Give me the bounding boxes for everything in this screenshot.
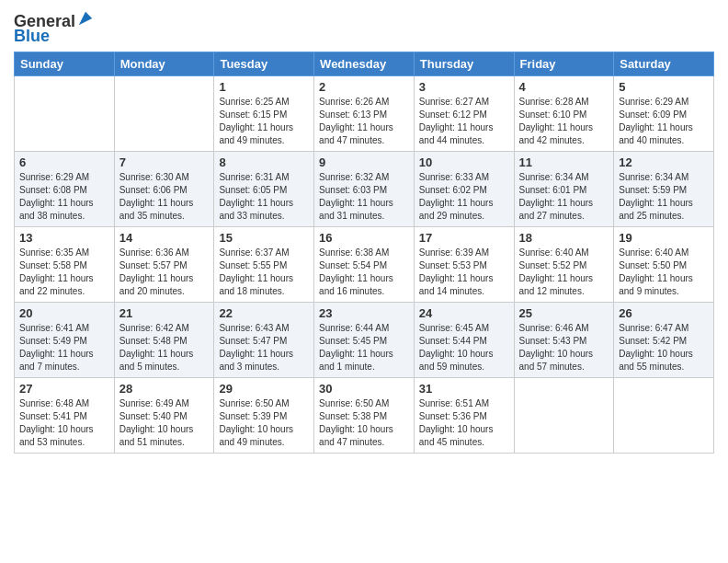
calendar-cell: 17Sunrise: 6:39 AM Sunset: 5:53 PM Dayli… xyxy=(414,226,514,302)
day-info: Sunrise: 6:39 AM Sunset: 5:53 PM Dayligh… xyxy=(419,247,509,298)
calendar-cell: 15Sunrise: 6:37 AM Sunset: 5:55 PM Dayli… xyxy=(214,226,314,302)
day-info: Sunrise: 6:44 AM Sunset: 5:45 PM Dayligh… xyxy=(319,322,409,373)
calendar-cell xyxy=(514,377,614,453)
day-info: Sunrise: 6:35 AM Sunset: 5:58 PM Dayligh… xyxy=(19,247,109,298)
day-number: 10 xyxy=(419,155,509,169)
day-info: Sunrise: 6:38 AM Sunset: 5:54 PM Dayligh… xyxy=(319,247,409,298)
day-number: 9 xyxy=(319,155,409,169)
calendar-cell: 11Sunrise: 6:34 AM Sunset: 6:01 PM Dayli… xyxy=(514,151,614,226)
day-number: 26 xyxy=(619,306,709,320)
day-info: Sunrise: 6:40 AM Sunset: 5:50 PM Dayligh… xyxy=(619,247,709,298)
weekday-header-sunday: Sunday xyxy=(15,52,115,75)
calendar-week-3: 13Sunrise: 6:35 AM Sunset: 5:58 PM Dayli… xyxy=(15,226,714,302)
day-number: 2 xyxy=(319,80,409,94)
day-number: 8 xyxy=(219,155,309,169)
day-info: Sunrise: 6:48 AM Sunset: 5:41 PM Dayligh… xyxy=(19,397,109,449)
day-number: 1 xyxy=(219,80,309,94)
day-number: 23 xyxy=(319,306,409,320)
day-number: 29 xyxy=(219,382,309,396)
calendar-cell: 30Sunrise: 6:50 AM Sunset: 5:38 PM Dayli… xyxy=(314,377,415,453)
logo-blue: Blue xyxy=(14,28,50,46)
weekday-header-saturday: Saturday xyxy=(614,52,714,75)
calendar-cell: 14Sunrise: 6:36 AM Sunset: 5:57 PM Dayli… xyxy=(114,226,214,302)
calendar-cell: 6Sunrise: 6:29 AM Sunset: 6:08 PM Daylig… xyxy=(15,151,115,226)
calendar-body: 1Sunrise: 6:25 AM Sunset: 6:15 PM Daylig… xyxy=(15,75,714,453)
day-number: 31 xyxy=(419,382,509,396)
weekday-header-wednesday: Wednesday xyxy=(314,52,415,75)
calendar-cell: 26Sunrise: 6:47 AM Sunset: 5:42 PM Dayli… xyxy=(614,302,714,377)
day-number: 12 xyxy=(619,155,709,169)
logo-icon xyxy=(77,10,94,27)
calendar-cell: 12Sunrise: 6:34 AM Sunset: 5:59 PM Dayli… xyxy=(614,151,714,226)
calendar-cell: 25Sunrise: 6:46 AM Sunset: 5:43 PM Dayli… xyxy=(514,302,614,377)
day-info: Sunrise: 6:40 AM Sunset: 5:52 PM Dayligh… xyxy=(519,247,609,298)
weekday-header-row: SundayMondayTuesdayWednesdayThursdayFrid… xyxy=(15,52,714,75)
day-number: 15 xyxy=(219,231,309,245)
day-number: 25 xyxy=(519,306,609,320)
day-info: Sunrise: 6:32 AM Sunset: 6:03 PM Dayligh… xyxy=(319,171,409,223)
day-info: Sunrise: 6:47 AM Sunset: 5:42 PM Dayligh… xyxy=(619,322,709,373)
calendar-cell: 20Sunrise: 6:41 AM Sunset: 5:49 PM Dayli… xyxy=(15,302,115,377)
day-number: 18 xyxy=(519,231,609,245)
day-number: 6 xyxy=(19,155,109,169)
calendar-week-2: 6Sunrise: 6:29 AM Sunset: 6:08 PM Daylig… xyxy=(15,151,714,226)
page: General Blue SundayMondayTuesdayWednesda… xyxy=(0,0,728,563)
day-number: 16 xyxy=(319,231,409,245)
day-info: Sunrise: 6:49 AM Sunset: 5:40 PM Dayligh… xyxy=(119,397,210,449)
day-info: Sunrise: 6:28 AM Sunset: 6:10 PM Dayligh… xyxy=(519,96,609,147)
svg-marker-0 xyxy=(79,12,92,25)
day-info: Sunrise: 6:50 AM Sunset: 5:38 PM Dayligh… xyxy=(319,397,409,449)
calendar-cell xyxy=(114,75,214,151)
day-info: Sunrise: 6:50 AM Sunset: 5:39 PM Dayligh… xyxy=(219,397,309,449)
day-number: 4 xyxy=(519,80,609,94)
day-info: Sunrise: 6:29 AM Sunset: 6:08 PM Dayligh… xyxy=(19,171,109,223)
calendar-cell: 29Sunrise: 6:50 AM Sunset: 5:39 PM Dayli… xyxy=(214,377,314,453)
header: General Blue xyxy=(14,9,714,46)
calendar-cell: 5Sunrise: 6:29 AM Sunset: 6:09 PM Daylig… xyxy=(614,75,714,151)
calendar-week-1: 1Sunrise: 6:25 AM Sunset: 6:15 PM Daylig… xyxy=(15,75,714,151)
calendar-week-4: 20Sunrise: 6:41 AM Sunset: 5:49 PM Dayli… xyxy=(15,302,714,377)
day-info: Sunrise: 6:34 AM Sunset: 6:01 PM Dayligh… xyxy=(519,171,609,223)
calendar-cell: 7Sunrise: 6:30 AM Sunset: 6:06 PM Daylig… xyxy=(114,151,214,226)
day-info: Sunrise: 6:31 AM Sunset: 6:05 PM Dayligh… xyxy=(219,171,309,223)
logo: General Blue xyxy=(14,13,94,46)
calendar-cell: 9Sunrise: 6:32 AM Sunset: 6:03 PM Daylig… xyxy=(314,151,415,226)
day-number: 21 xyxy=(119,306,210,320)
day-info: Sunrise: 6:41 AM Sunset: 5:49 PM Dayligh… xyxy=(19,322,109,373)
day-info: Sunrise: 6:33 AM Sunset: 6:02 PM Dayligh… xyxy=(419,171,509,223)
day-info: Sunrise: 6:43 AM Sunset: 5:47 PM Dayligh… xyxy=(219,322,309,373)
day-info: Sunrise: 6:27 AM Sunset: 6:12 PM Dayligh… xyxy=(419,96,509,147)
day-number: 30 xyxy=(319,382,409,396)
calendar-week-5: 27Sunrise: 6:48 AM Sunset: 5:41 PM Dayli… xyxy=(15,377,714,453)
calendar-cell: 8Sunrise: 6:31 AM Sunset: 6:05 PM Daylig… xyxy=(214,151,314,226)
calendar-cell: 13Sunrise: 6:35 AM Sunset: 5:58 PM Dayli… xyxy=(15,226,115,302)
day-info: Sunrise: 6:37 AM Sunset: 5:55 PM Dayligh… xyxy=(219,247,309,298)
day-info: Sunrise: 6:29 AM Sunset: 6:09 PM Dayligh… xyxy=(619,96,709,147)
calendar-cell: 16Sunrise: 6:38 AM Sunset: 5:54 PM Dayli… xyxy=(314,226,415,302)
weekday-header-thursday: Thursday xyxy=(414,52,514,75)
calendar-table: SundayMondayTuesdayWednesdayThursdayFrid… xyxy=(14,52,714,454)
weekday-header-friday: Friday xyxy=(514,52,614,75)
day-number: 27 xyxy=(19,382,109,396)
day-info: Sunrise: 6:51 AM Sunset: 5:36 PM Dayligh… xyxy=(419,397,509,449)
calendar-cell: 4Sunrise: 6:28 AM Sunset: 6:10 PM Daylig… xyxy=(514,75,614,151)
day-number: 14 xyxy=(119,231,210,245)
calendar-cell xyxy=(614,377,714,453)
day-info: Sunrise: 6:45 AM Sunset: 5:44 PM Dayligh… xyxy=(419,322,509,373)
calendar-cell: 2Sunrise: 6:26 AM Sunset: 6:13 PM Daylig… xyxy=(314,75,415,151)
calendar-cell: 28Sunrise: 6:49 AM Sunset: 5:40 PM Dayli… xyxy=(114,377,214,453)
day-number: 22 xyxy=(219,306,309,320)
weekday-header-tuesday: Tuesday xyxy=(214,52,314,75)
day-number: 7 xyxy=(119,155,210,169)
calendar-cell xyxy=(15,75,115,151)
day-number: 3 xyxy=(419,80,509,94)
calendar-cell: 10Sunrise: 6:33 AM Sunset: 6:02 PM Dayli… xyxy=(414,151,514,226)
day-number: 24 xyxy=(419,306,509,320)
day-number: 5 xyxy=(619,80,709,94)
day-info: Sunrise: 6:42 AM Sunset: 5:48 PM Dayligh… xyxy=(119,322,210,373)
day-number: 19 xyxy=(619,231,709,245)
day-number: 28 xyxy=(119,382,210,396)
day-info: Sunrise: 6:46 AM Sunset: 5:43 PM Dayligh… xyxy=(519,322,609,373)
day-info: Sunrise: 6:26 AM Sunset: 6:13 PM Dayligh… xyxy=(319,96,409,147)
calendar-cell: 24Sunrise: 6:45 AM Sunset: 5:44 PM Dayli… xyxy=(414,302,514,377)
